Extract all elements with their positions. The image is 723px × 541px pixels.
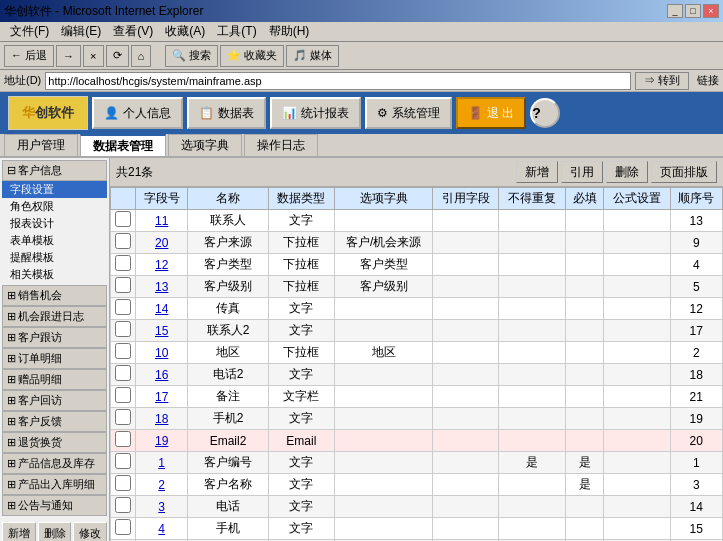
- data-table-button[interactable]: 📋 数据表: [187, 97, 266, 129]
- row-checkbox-cell[interactable]: [111, 474, 136, 496]
- logout-button[interactable]: 🚪 退 出: [456, 97, 526, 129]
- forward-button[interactable]: →: [56, 45, 81, 67]
- search-button[interactable]: 🔍 搜索: [165, 45, 218, 67]
- sidebar-item-form-template[interactable]: 表单模板: [2, 232, 107, 249]
- layout-button[interactable]: 页面排版: [651, 161, 717, 183]
- sidebar-section-order[interactable]: ⊞ 订单明细: [2, 348, 107, 369]
- row-id[interactable]: 2: [136, 474, 188, 496]
- row-checkbox-cell[interactable]: [111, 342, 136, 364]
- row-checkbox[interactable]: [115, 519, 131, 535]
- row-checkbox[interactable]: [115, 211, 131, 227]
- row-id[interactable]: 18: [136, 408, 188, 430]
- sidebar-item-role-perm[interactable]: 角色权限: [2, 198, 107, 215]
- sidebar-item-remind-template[interactable]: 提醒模板: [2, 249, 107, 266]
- row-id[interactable]: 20: [136, 232, 188, 254]
- sidebar-section-feedback2[interactable]: ⊞ 客户反馈: [2, 411, 107, 432]
- row-checkbox[interactable]: [115, 497, 131, 513]
- tab-dict[interactable]: 选项字典: [168, 134, 242, 156]
- row-checkbox[interactable]: [115, 431, 131, 447]
- sidebar-delete-button[interactable]: 删除: [38, 522, 72, 541]
- personal-info-button[interactable]: 👤 个人信息: [92, 97, 183, 129]
- row-checkbox-cell[interactable]: [111, 496, 136, 518]
- sidebar-section-visit[interactable]: ⊞ 客户跟访: [2, 327, 107, 348]
- row-checkbox-cell[interactable]: [111, 276, 136, 298]
- tab-log[interactable]: 操作日志: [244, 134, 318, 156]
- expand-sales-icon: ⊞: [7, 289, 16, 302]
- row-checkbox-cell[interactable]: [111, 518, 136, 540]
- help-button[interactable]: ?: [530, 98, 560, 128]
- menu-favorites[interactable]: 收藏(A): [159, 21, 211, 42]
- system-manage-button[interactable]: ⚙ 系统管理: [365, 97, 452, 129]
- row-id[interactable]: 14: [136, 298, 188, 320]
- row-checkbox[interactable]: [115, 365, 131, 381]
- sidebar-item-field-settings[interactable]: 字段设置: [2, 181, 107, 198]
- row-id[interactable]: 16: [136, 364, 188, 386]
- sidebar-item-report-design[interactable]: 报表设计: [2, 215, 107, 232]
- sidebar-section-header-customer[interactable]: ⊟ 客户信息: [2, 160, 107, 181]
- row-checkbox-cell[interactable]: [111, 386, 136, 408]
- sidebar-section-gift[interactable]: ⊞ 赠品明细: [2, 369, 107, 390]
- home-button[interactable]: ⌂: [131, 45, 152, 67]
- row-checkbox[interactable]: [115, 343, 131, 359]
- row-checkbox[interactable]: [115, 409, 131, 425]
- row-checkbox-cell[interactable]: [111, 430, 136, 452]
- sidebar-edit-button[interactable]: 修改: [73, 522, 107, 541]
- row-checkbox-cell[interactable]: [111, 364, 136, 386]
- sidebar-add-button[interactable]: 新增: [2, 522, 36, 541]
- sidebar-section-followup[interactable]: ⊞ 机会跟进日志: [2, 306, 107, 327]
- back-button[interactable]: ← 后退: [4, 45, 54, 67]
- row-checkbox-cell[interactable]: [111, 254, 136, 276]
- add-button[interactable]: 新增: [516, 161, 558, 183]
- refresh-button[interactable]: ⟳: [106, 45, 129, 67]
- row-checkbox[interactable]: [115, 475, 131, 491]
- tab-data-manage[interactable]: 数据表管理: [80, 134, 166, 156]
- sidebar-section-inout[interactable]: ⊞ 产品出入库明细: [2, 474, 107, 495]
- favorites-button[interactable]: ⭐ 收藏夹: [220, 45, 284, 67]
- row-checkbox[interactable]: [115, 299, 131, 315]
- sidebar-section-feedback[interactable]: ⊞ 客户回访: [2, 390, 107, 411]
- media-button[interactable]: 🎵 媒体: [286, 45, 339, 67]
- menu-edit[interactable]: 编辑(E): [55, 21, 107, 42]
- row-checkbox-cell[interactable]: [111, 320, 136, 342]
- statistics-button[interactable]: 📊 统计报表: [270, 97, 361, 129]
- row-id[interactable]: 15: [136, 320, 188, 342]
- row-checkbox[interactable]: [115, 255, 131, 271]
- row-id[interactable]: 19: [136, 430, 188, 452]
- tab-user-manage[interactable]: 用户管理: [4, 134, 78, 156]
- row-checkbox[interactable]: [115, 321, 131, 337]
- row-checkbox-cell[interactable]: [111, 210, 136, 232]
- row-id[interactable]: 11: [136, 210, 188, 232]
- sidebar-section-notice[interactable]: ⊞ 公告与通知: [2, 495, 107, 516]
- sidebar-section-return[interactable]: ⊞ 退货换货: [2, 432, 107, 453]
- row-checkbox-cell[interactable]: [111, 452, 136, 474]
- row-checkbox-cell[interactable]: [111, 298, 136, 320]
- row-checkbox[interactable]: [115, 277, 131, 293]
- maximize-button[interactable]: □: [685, 4, 701, 18]
- row-checkbox[interactable]: [115, 453, 131, 469]
- sidebar-section-product[interactable]: ⊞ 产品信息及库存: [2, 453, 107, 474]
- stop-button[interactable]: ×: [83, 45, 103, 67]
- menu-help[interactable]: 帮助(H): [263, 21, 316, 42]
- menu-tools[interactable]: 工具(T): [211, 21, 262, 42]
- close-button[interactable]: ×: [703, 4, 719, 18]
- row-id[interactable]: 3: [136, 496, 188, 518]
- delete-button[interactable]: 删除: [606, 161, 648, 183]
- row-id[interactable]: 4: [136, 518, 188, 540]
- row-checkbox-cell[interactable]: [111, 408, 136, 430]
- row-id[interactable]: 10: [136, 342, 188, 364]
- menu-file[interactable]: 文件(F): [4, 21, 55, 42]
- address-input[interactable]: [45, 72, 631, 90]
- row-id[interactable]: 17: [136, 386, 188, 408]
- row-checkbox[interactable]: [115, 387, 131, 403]
- row-checkbox[interactable]: [115, 233, 131, 249]
- sidebar-item-related-template[interactable]: 相关模板: [2, 266, 107, 283]
- row-checkbox-cell[interactable]: [111, 232, 136, 254]
- quote-button[interactable]: 引用: [561, 161, 603, 183]
- row-id[interactable]: 12: [136, 254, 188, 276]
- menu-view[interactable]: 查看(V): [107, 21, 159, 42]
- go-button[interactable]: ⇒ 转到: [635, 72, 689, 90]
- row-id[interactable]: 13: [136, 276, 188, 298]
- minimize-button[interactable]: _: [667, 4, 683, 18]
- sidebar-section-sales[interactable]: ⊞ 销售机会: [2, 285, 107, 306]
- row-id[interactable]: 1: [136, 452, 188, 474]
